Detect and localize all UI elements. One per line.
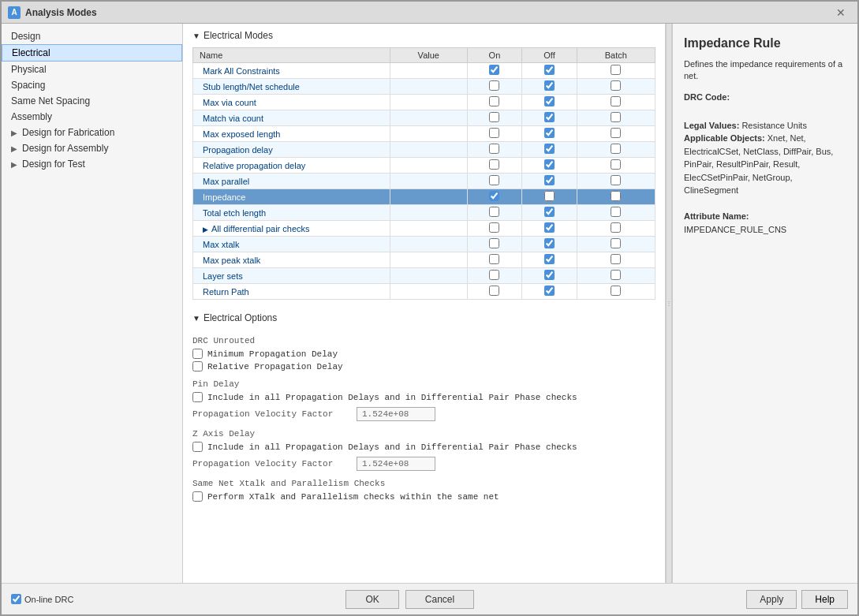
row-off-cell[interactable]: [522, 95, 577, 110]
row-off-cell[interactable]: [522, 174, 577, 189]
electrical-modes-toggle[interactable]: ▼: [192, 32, 200, 40]
row-batch-cell[interactable]: [577, 79, 655, 95]
row-on-cell[interactable]: [467, 142, 522, 158]
row-on-cell[interactable]: [467, 268, 522, 284]
table-row[interactable]: Total etch length: [193, 205, 655, 221]
prop-velocity-input[interactable]: [357, 407, 435, 421]
sidebar-item-design-assembly[interactable]: ▶ Design for Assembly: [2, 140, 182, 156]
sidebar-item-physical[interactable]: Physical: [2, 62, 182, 77]
table-row[interactable]: ▶All differential pair checks: [193, 221, 655, 237]
on-checkbox[interactable]: [489, 238, 499, 248]
row-off-cell[interactable]: [522, 221, 577, 237]
sidebar-item-spacing[interactable]: Spacing: [2, 77, 182, 93]
table-row[interactable]: Max via count: [193, 95, 655, 110]
row-batch-cell[interactable]: [577, 110, 655, 126]
batch-checkbox[interactable]: [611, 65, 621, 75]
off-checkbox[interactable]: [544, 159, 555, 170]
off-checkbox[interactable]: [544, 270, 555, 280]
row-on-cell[interactable]: [467, 79, 522, 95]
sidebar-item-electrical[interactable]: Electrical: [2, 44, 182, 62]
row-on-cell[interactable]: [467, 237, 522, 252]
pin-delay-include-checkbox[interactable]: [192, 392, 203, 402]
ok-button[interactable]: OK: [345, 590, 398, 609]
row-batch-cell[interactable]: [577, 142, 655, 158]
row-batch-cell[interactable]: [577, 268, 655, 284]
z-axis-include-checkbox[interactable]: [192, 442, 203, 452]
sidebar-item-design-fabrication[interactable]: ▶ Design for Fabrication: [2, 125, 182, 140]
table-row[interactable]: Max exposed length: [193, 126, 655, 142]
sidebar-item-design-test[interactable]: ▶ Design for Test: [2, 156, 182, 172]
table-row[interactable]: Max parallel: [193, 174, 655, 189]
row-on-cell[interactable]: [467, 126, 522, 142]
row-on-cell[interactable]: [467, 110, 522, 126]
on-checkbox[interactable]: [489, 254, 499, 264]
off-checkbox[interactable]: [544, 286, 555, 296]
batch-checkbox[interactable]: [611, 96, 621, 106]
sidebar-item-assembly[interactable]: Assembly: [2, 109, 182, 125]
table-row[interactable]: Match via count: [193, 110, 655, 126]
off-checkbox[interactable]: [544, 254, 555, 264]
row-batch-cell[interactable]: [577, 189, 655, 205]
table-row[interactable]: Relative propagation delay: [193, 158, 655, 174]
perform-xtalk-checkbox[interactable]: [192, 491, 203, 502]
close-button[interactable]: ✕: [831, 4, 851, 21]
on-checkbox[interactable]: [489, 96, 499, 106]
row-batch-cell[interactable]: [577, 284, 655, 300]
on-checkbox[interactable]: [489, 270, 499, 280]
table-row[interactable]: Impedance: [193, 189, 655, 205]
on-checkbox[interactable]: [489, 80, 499, 91]
on-checkbox[interactable]: [489, 112, 499, 122]
apply-button[interactable]: Apply: [746, 590, 797, 609]
on-checkbox[interactable]: [489, 159, 499, 170]
row-batch-cell[interactable]: [577, 158, 655, 174]
batch-checkbox[interactable]: [611, 191, 621, 201]
batch-checkbox[interactable]: [611, 238, 621, 248]
row-batch-cell[interactable]: [577, 63, 655, 79]
min-prop-delay-checkbox[interactable]: [192, 349, 203, 359]
off-checkbox[interactable]: [544, 144, 555, 154]
on-checkbox[interactable]: [489, 222, 499, 233]
batch-checkbox[interactable]: [611, 144, 621, 154]
row-batch-cell[interactable]: [577, 205, 655, 221]
row-off-cell[interactable]: [522, 189, 577, 205]
off-checkbox[interactable]: [544, 128, 555, 138]
row-off-cell[interactable]: [522, 268, 577, 284]
row-on-cell[interactable]: [467, 252, 522, 268]
on-line-drc-checkbox[interactable]: [11, 594, 21, 604]
batch-checkbox[interactable]: [611, 207, 621, 217]
batch-checkbox[interactable]: [611, 112, 621, 122]
row-batch-cell[interactable]: [577, 126, 655, 142]
row-on-cell[interactable]: [467, 95, 522, 110]
table-row[interactable]: Propagation delay: [193, 142, 655, 158]
cancel-button[interactable]: Cancel: [405, 590, 474, 609]
off-checkbox[interactable]: [544, 96, 555, 106]
off-checkbox[interactable]: [544, 238, 555, 248]
row-off-cell[interactable]: [522, 142, 577, 158]
electrical-options-toggle[interactable]: ▼: [192, 314, 200, 323]
row-batch-cell[interactable]: [577, 237, 655, 252]
off-checkbox[interactable]: [544, 175, 555, 185]
off-checkbox[interactable]: [544, 65, 555, 75]
help-button[interactable]: Help: [801, 590, 848, 609]
on-checkbox[interactable]: [489, 207, 499, 217]
off-checkbox[interactable]: [544, 112, 555, 122]
row-off-cell[interactable]: [522, 63, 577, 79]
row-on-cell[interactable]: [467, 284, 522, 300]
on-checkbox[interactable]: [489, 128, 499, 138]
table-row[interactable]: Max peak xtalk: [193, 252, 655, 268]
row-off-cell[interactable]: [522, 205, 577, 221]
batch-checkbox[interactable]: [611, 270, 621, 280]
scroll-area[interactable]: ▼ Electrical Modes Name Value On Off Bat…: [183, 24, 665, 583]
table-row[interactable]: Return Path: [193, 284, 655, 300]
table-row[interactable]: Max xtalk: [193, 237, 655, 252]
on-checkbox[interactable]: [489, 175, 499, 185]
off-checkbox[interactable]: [544, 207, 555, 217]
batch-checkbox[interactable]: [611, 159, 621, 170]
row-on-cell[interactable]: [467, 158, 522, 174]
batch-checkbox[interactable]: [611, 286, 621, 296]
on-checkbox[interactable]: [489, 286, 499, 296]
row-on-cell[interactable]: [467, 63, 522, 79]
table-row[interactable]: Stub length/Net schedule: [193, 79, 655, 95]
off-checkbox[interactable]: [544, 80, 555, 91]
row-off-cell[interactable]: [522, 252, 577, 268]
